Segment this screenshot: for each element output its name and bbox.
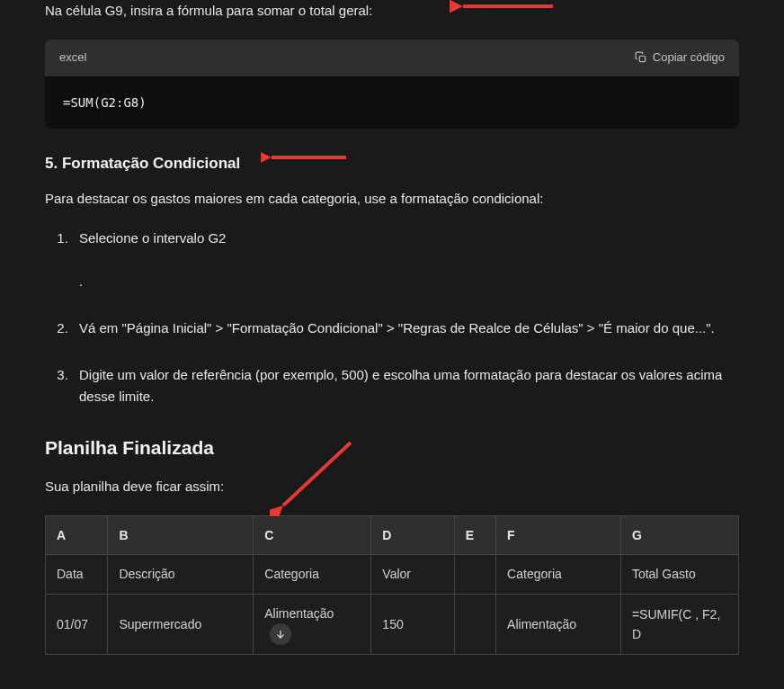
- step-3-text: Digite um valor de referência (por exemp…: [79, 367, 722, 404]
- cell: [454, 555, 495, 594]
- arrow-annotation-1: [450, 0, 557, 26]
- step-item-1: Selecione o intervalo G2 .: [72, 228, 739, 292]
- cell: Data: [46, 555, 108, 594]
- copy-icon: [635, 51, 647, 64]
- col-header-a: A: [46, 515, 108, 554]
- code-header: excel Copiar código: [45, 40, 739, 76]
- svg-rect-1: [639, 57, 645, 62]
- code-content: =SUM(G2:G8): [45, 76, 739, 129]
- cell: 150: [371, 594, 455, 655]
- table-row: 01/07 Supermercado Alimentação 150 Alime…: [46, 594, 739, 655]
- finalized-heading: Planilha Finalizada: [45, 433, 739, 463]
- cell: Valor: [371, 555, 455, 594]
- cell: Descrição: [108, 555, 254, 594]
- table-row: Data Descrição Categoria Valor Categoria…: [46, 555, 739, 594]
- cell: Total Gasto: [620, 555, 738, 594]
- cell: Supermercado: [108, 594, 254, 655]
- intro-paragraph: Na célula G9, insira a fórmula para soma…: [45, 0, 739, 22]
- col-header-b: B: [108, 515, 254, 554]
- code-language-label: excel: [59, 49, 86, 67]
- section-5-heading: 5. Formatação Condicional: [45, 151, 739, 175]
- step-1-dot: .: [79, 271, 739, 292]
- col-header-f: F: [496, 515, 621, 554]
- col-header-d: D: [371, 515, 455, 554]
- section-5-description: Para destacar os gastos maiores em cada …: [45, 188, 739, 210]
- col-header-c: C: [254, 515, 371, 554]
- col-header-e: E: [454, 515, 495, 554]
- cell: Alimentação: [254, 594, 371, 655]
- code-block: excel Copiar código =SUM(G2:G8): [45, 40, 739, 129]
- step-item-2: Vá em "Página Inicial" > "Formatação Con…: [72, 318, 739, 339]
- step-2-text: Vá em "Página Inicial" > "Formatação Con…: [79, 320, 715, 336]
- cell: Alimentação: [496, 594, 621, 655]
- cell: Categoria: [496, 555, 621, 594]
- copy-code-label: Copiar código: [653, 49, 725, 67]
- cell: [454, 594, 495, 655]
- arrow-annotation-2: [261, 144, 351, 178]
- finalized-description: Sua planilha deve ficar assim:: [45, 476, 739, 497]
- step-item-3: Digite um valor de referência (por exemp…: [72, 364, 739, 407]
- scroll-down-button[interactable]: [270, 623, 291, 645]
- cell: Categoria: [254, 555, 371, 594]
- spreadsheet-table: A B C D E F G Data Descrição Categoria V…: [45, 515, 739, 655]
- copy-code-button[interactable]: Copiar código: [635, 49, 725, 67]
- table-header-row: A B C D E F G: [46, 515, 739, 554]
- cell: 01/07: [46, 594, 108, 655]
- steps-list: Selecione o intervalo G2 . Vá em "Página…: [45, 228, 739, 407]
- col-header-g: G: [620, 515, 738, 554]
- cell: =SUMIF(C , F2, D: [620, 594, 738, 655]
- section-5-heading-text: 5. Formatação Condicional: [45, 155, 240, 172]
- arrow-down-icon: [274, 628, 287, 640]
- intro-text: Na célula G9, insira a fórmula para soma…: [45, 3, 372, 18]
- step-1-text: Selecione o intervalo G2: [79, 230, 226, 246]
- cell-text: Alimentação: [264, 606, 334, 621]
